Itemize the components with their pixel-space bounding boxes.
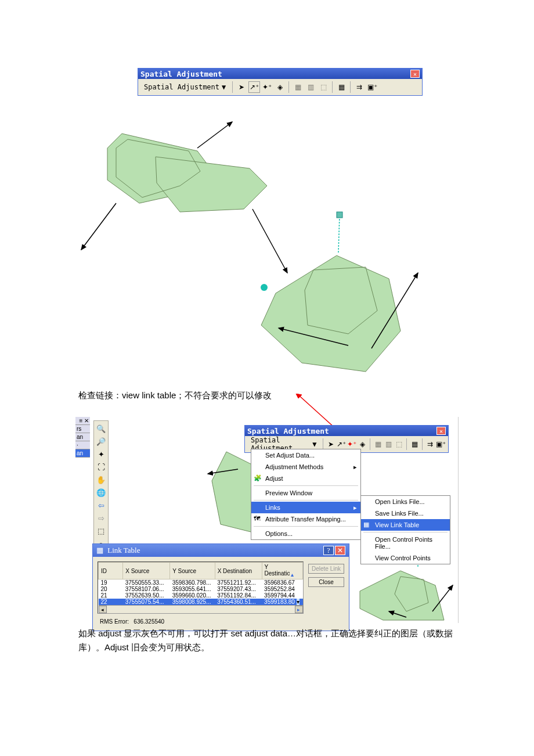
svg-marker-1 xyxy=(156,157,267,212)
identity-link-icon[interactable]: ◈ xyxy=(358,438,367,450)
submenu-view-link-table[interactable]: ▦ View Link Table xyxy=(361,519,450,531)
adjust-icon[interactable]: ⇉ xyxy=(425,438,435,450)
adjust-icon[interactable]: ⇉ xyxy=(353,81,365,93)
new-link-tool-icon[interactable]: ↗⁺ xyxy=(248,81,260,93)
back-icon[interactable]: ⇦ xyxy=(95,500,107,510)
menu-options[interactable]: Options... xyxy=(251,528,360,539)
close-icon[interactable]: ✕ xyxy=(335,546,345,555)
toolbar-titlebar: Spatial Adjustment ✕ xyxy=(138,69,422,79)
attribute-transfer-icon: ⬚ xyxy=(317,81,329,93)
table-row[interactable]: 2137552639.50...3599660.020...37551192.8… xyxy=(99,592,303,599)
svg-line-8 xyxy=(338,215,340,253)
delete-link-button: Delete Link xyxy=(308,564,344,574)
menu-adjustment-methods[interactable]: Adjustment Methods ▸ xyxy=(251,461,360,473)
adjust-icon: 🧩 xyxy=(254,474,262,482)
select-features-icon[interactable]: ⬚ xyxy=(95,525,107,536)
spatial-adjustment-menu[interactable]: Spatial Adjustment ▼ xyxy=(140,82,229,92)
pan-icon[interactable]: ✋ xyxy=(95,474,107,485)
menu-adjust[interactable]: 🧩 Adjust xyxy=(251,473,360,484)
select-tool-icon[interactable]: ➤ xyxy=(236,81,247,93)
new-link-tool-icon[interactable]: ↗⁺ xyxy=(337,438,346,450)
link-table-title: Link Table xyxy=(107,546,140,555)
map-illustration-1 xyxy=(75,116,453,389)
table-icon: ▦ xyxy=(363,521,369,528)
menu-preview-window[interactable]: Preview Window xyxy=(251,487,360,499)
menu-links[interactable]: Links ▸ xyxy=(251,502,360,513)
link-table-titlebar: ▦ Link Table ? ✕ xyxy=(93,544,349,557)
zoom-out-icon[interactable]: 🔎 xyxy=(95,436,107,447)
attribute-transfer-icon: ⬚ xyxy=(394,438,403,450)
menu-attr-transfer-mapping[interactable]: 🗺 Attribute Transfer Mapping... xyxy=(251,513,360,525)
zoom-in-icon[interactable]: 🔍 xyxy=(95,423,107,434)
select-tool-icon[interactable]: ➤ xyxy=(326,438,335,450)
table-header-row: ID X Source Y Source X Destination Y Des… xyxy=(99,563,303,579)
attribute-map-icon[interactable]: ▣⁺ xyxy=(436,438,446,450)
edge-match-icon: ▦ xyxy=(292,81,304,93)
svg-line-2 xyxy=(197,122,232,148)
horizontal-scrollbar[interactable]: ◂▸ xyxy=(99,605,303,613)
close-icon[interactable]: ✕ xyxy=(410,70,420,78)
table-row[interactable]: 1937550555.33...3598360.798...37551211.9… xyxy=(99,579,303,586)
chevron-right-icon: ▸ xyxy=(353,463,357,471)
identity-link-icon[interactable]: ◈ xyxy=(274,81,286,93)
svg-line-4 xyxy=(252,209,287,273)
link-table-icon[interactable]: ▦ xyxy=(410,438,419,450)
link-table-window: ▦ Link Table ? ✕ ID X Source xyxy=(92,543,349,631)
submenu-save-links-file[interactable]: Save Links File... xyxy=(361,507,450,519)
chevron-right-icon: ▸ xyxy=(353,504,357,512)
paragraph-1: 检查链接：view link table；不符合要求的可以修改 xyxy=(78,388,450,402)
close-icon[interactable]: ✕ xyxy=(436,427,446,435)
view-tool-strip: 🔍 🔎 ✦ ⛶ ✋ 🌐 ⇦ ⇨ ⬚ ▫ ➤ xyxy=(93,420,109,564)
forward-icon[interactable]: ⇨ xyxy=(95,513,107,523)
link-table-icon: ▦ xyxy=(96,546,103,555)
modify-link-tool-icon[interactable]: ✦⁺ xyxy=(347,438,356,450)
edge-snap-icon: ▥ xyxy=(305,81,316,93)
full-extent-icon[interactable]: ⛶ xyxy=(95,462,107,472)
attribute-map-icon[interactable]: ▣⁺ xyxy=(366,81,378,93)
edge-match-icon: ▦ xyxy=(373,438,383,450)
svg-marker-5 xyxy=(261,255,400,372)
map-icon: 🗺 xyxy=(254,515,260,522)
paragraph-2: 如果 adjust 显示灰色不可用，可以打开 set adjust data…对… xyxy=(78,627,456,654)
toolbar-title: Spatial Adjustment xyxy=(140,70,222,78)
fixed-zoom-in-icon[interactable]: ✦ xyxy=(95,449,107,459)
menu-set-adjust-data[interactable]: Set Adjust Data... xyxy=(251,449,360,461)
svg-rect-10 xyxy=(337,212,342,218)
toolbar-body: Spatial Adjustment ▼ ➤ ↗⁺ ✦⁺ ◈ ▦ ▥ ⬚ ▦ ⇉… xyxy=(138,79,422,95)
help-icon[interactable]: ? xyxy=(323,546,334,555)
edge-snap-icon: ▥ xyxy=(384,438,393,450)
svg-marker-14 xyxy=(360,571,444,620)
links-submenu: Open Links File... Save Links File... ▦ … xyxy=(360,495,450,564)
rms-error-label: RMS Error: 636.325540 xyxy=(98,617,344,626)
table-row[interactable]: 2037558107.06...3593055.641...37559207.4… xyxy=(99,586,303,592)
submenu-view-control-points[interactable]: View Control Points xyxy=(361,552,450,564)
table-row[interactable]: 2237555075.54...3598008.925...37554360.5… xyxy=(99,599,303,605)
modify-link-tool-icon[interactable]: ✦⁺ xyxy=(261,81,273,93)
link-table-icon[interactable]: ▦ xyxy=(335,81,347,93)
globe-icon[interactable]: 🌐 xyxy=(95,487,107,498)
close-button[interactable]: Close xyxy=(308,577,344,587)
toolbar2-title: Spatial Adjustment xyxy=(247,427,329,435)
submenu-open-control-points[interactable]: Open Control Points File... xyxy=(361,534,450,552)
svg-line-3 xyxy=(81,203,116,250)
spatial-adjustment-toolbar: Spatial Adjustment ✕ Spatial Adjustment … xyxy=(138,68,423,96)
side-panel: ≡ ✕ rs an · an xyxy=(75,417,90,458)
link-table-grid[interactable]: ID X Source Y Source X Destination Y Des… xyxy=(98,561,304,614)
svg-point-9 xyxy=(261,284,268,291)
screenshot-viewlinktable: ≡ ✕ rs an · an 🔍 🔎 ✦ ⛶ ✋ 🌐 ⇦ ⇨ ⬚ ▫ ➤ xyxy=(75,417,459,623)
submenu-open-links-file[interactable]: Open Links File... xyxy=(361,496,450,507)
spatial-adjustment-dropdown: Set Adjust Data... Adjustment Methods ▸ … xyxy=(251,449,361,540)
